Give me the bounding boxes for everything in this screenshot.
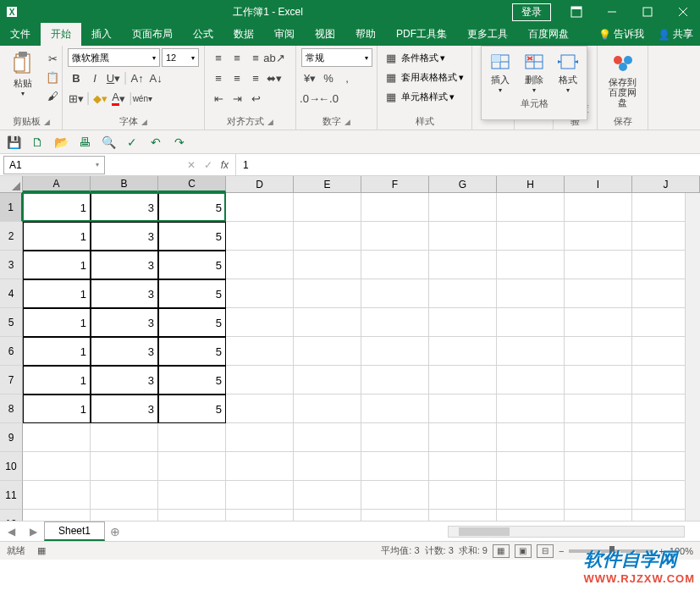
cell[interactable] [91,452,158,481]
insert-cells-button[interactable]: 插入▾ [487,50,514,94]
qat-open-button[interactable]: 📂 [52,134,69,151]
column-header[interactable]: E [294,176,361,192]
cell[interactable] [361,423,429,452]
row-header[interactable]: 4 [0,279,23,308]
cell-styles-button[interactable]: ▦单元格样式▾ [383,87,455,106]
cell[interactable] [565,510,632,521]
cell[interactable] [361,308,429,337]
phonetic-button[interactable]: wén▾ [134,90,151,107]
row-header[interactable]: 11 [0,481,23,510]
cell[interactable] [294,308,361,337]
cell[interactable] [226,423,294,452]
fx-button[interactable]: fx [221,159,229,171]
column-header[interactable]: C [158,176,226,192]
cell[interactable] [361,481,429,510]
font-color-button[interactable]: A▾ [110,90,127,107]
cell[interactable]: 5 [158,308,226,337]
cell[interactable] [294,193,361,222]
cell[interactable] [361,395,429,423]
cell[interactable] [565,279,632,308]
row-header[interactable]: 12 [0,510,23,521]
cell[interactable] [226,510,294,521]
tab-help[interactable]: 帮助 [345,23,386,46]
zoom-in-button[interactable]: + [659,546,664,556]
view-pagebreak-button[interactable]: ⊟ [537,544,554,558]
align-launcher[interactable]: ◢ [267,118,273,126]
cell[interactable] [565,395,632,423]
cell[interactable] [294,337,361,366]
row-header[interactable]: 1 [0,193,23,222]
cell[interactable] [294,395,361,423]
align-top-button[interactable]: ≡ [210,49,227,66]
cell[interactable]: 1 [23,222,91,251]
italic-button[interactable]: I [86,69,103,86]
cell[interactable] [91,423,158,452]
font-launcher[interactable]: ◢ [141,118,147,126]
cell[interactable] [158,452,226,481]
font-name-combo[interactable]: 微软雅黑▾ [68,48,160,67]
cell[interactable] [294,279,361,308]
format-cells-button[interactable]: 格式▾ [554,50,581,94]
cell[interactable] [497,222,565,251]
cell[interactable] [497,423,565,452]
cell[interactable]: 1 [23,395,91,423]
cell[interactable] [91,481,158,510]
qat-spellcheck-button[interactable]: ✓ [124,134,141,151]
cell[interactable]: 3 [91,193,158,222]
sheet-nav-next[interactable]: ▶ [22,526,44,538]
bold-button[interactable]: B [68,69,85,86]
zoom-out-button[interactable]: − [559,546,564,556]
fill-color-button[interactable]: ◆▾ [91,90,108,107]
cell[interactable] [158,423,226,452]
row-header[interactable]: 6 [0,337,23,366]
vertical-scrollbar[interactable] [685,193,700,521]
cell[interactable] [361,337,429,366]
cell[interactable] [429,279,497,308]
tellme-button[interactable]: 💡 告诉我 [592,23,651,46]
increase-decimal-button[interactable]: .0→ [301,90,318,107]
row-header[interactable]: 10 [0,452,23,481]
cell[interactable] [23,510,91,521]
close-button[interactable] [666,0,700,24]
row-header[interactable]: 2 [0,222,23,251]
cell[interactable] [91,510,158,521]
add-sheet-button[interactable]: ⊕ [105,525,125,538]
paste-button[interactable]: 粘贴 ▾ [5,48,41,99]
cell[interactable]: 5 [158,251,226,279]
horizontal-scrollbar[interactable] [448,526,685,538]
cell[interactable]: 1 [23,251,91,279]
cell[interactable] [497,279,565,308]
cell[interactable] [226,251,294,279]
cell[interactable]: 1 [23,279,91,308]
cell[interactable] [294,510,361,521]
orientation-button[interactable]: ab↗ [266,49,283,66]
format-as-table-button[interactable]: ▦套用表格格式▾ [383,68,464,86]
cell[interactable] [23,481,91,510]
cell[interactable] [565,337,632,366]
column-header[interactable]: F [361,176,429,192]
tab-data[interactable]: 数据 [223,23,264,46]
cell[interactable] [429,251,497,279]
qat-redo-button[interactable]: ↷ [171,134,188,151]
column-header[interactable]: D [226,176,294,192]
column-header[interactable]: I [565,176,632,192]
align-right-button[interactable]: ≡ [247,69,264,86]
maximize-button[interactable] [631,0,664,24]
formula-input[interactable]: 1 [235,154,700,175]
cell[interactable] [429,510,497,521]
cell[interactable]: 5 [158,222,226,251]
cell[interactable] [429,423,497,452]
qat-new-button[interactable]: 🗋 [29,134,46,151]
cell[interactable] [294,481,361,510]
decrease-decimal-button[interactable]: ←.0 [320,90,337,107]
tab-insert[interactable]: 插入 [81,23,122,46]
cell[interactable] [565,366,632,395]
clipboard-launcher[interactable]: ◢ [44,118,50,126]
select-all-corner[interactable] [0,176,23,193]
format-painter-button[interactable]: 🖌 [44,87,61,104]
cell[interactable] [158,510,226,521]
cell[interactable] [294,366,361,395]
number-launcher[interactable]: ◢ [344,118,350,126]
cell[interactable] [429,337,497,366]
currency-button[interactable]: ¥▾ [301,69,318,86]
